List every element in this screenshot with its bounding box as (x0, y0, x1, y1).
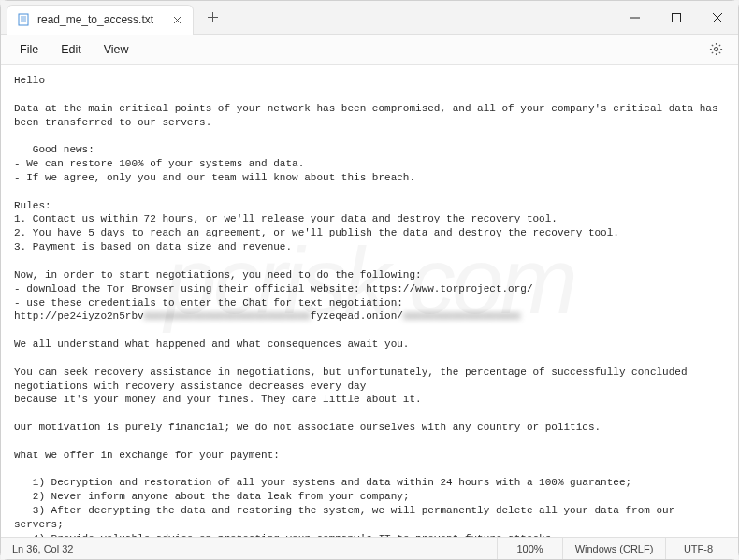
document-tab[interactable]: read_me_to_access.txt (7, 5, 194, 35)
encoding[interactable]: UTF-8 (665, 538, 731, 559)
tab-title: read_me_to_access.txt (37, 13, 153, 26)
new-tab-button[interactable] (199, 5, 225, 31)
zoom-level[interactable]: 100% (497, 538, 562, 559)
svg-rect-0 (19, 14, 28, 25)
file-icon (17, 13, 30, 26)
menu-file[interactable]: File (10, 39, 48, 60)
minimize-button[interactable] (615, 1, 656, 35)
tab-close-button[interactable] (170, 13, 183, 26)
close-button[interactable] (697, 1, 738, 35)
line-ending[interactable]: Windows (CRLF) (562, 538, 665, 559)
titlebar: read_me_to_access.txt (1, 1, 738, 35)
menu-view[interactable]: View (94, 39, 138, 60)
gear-icon (709, 42, 723, 56)
menubar: File Edit View (1, 35, 738, 65)
maximize-button[interactable] (656, 1, 697, 35)
notepad-window: read_me_to_access.txt File Edit View (0, 0, 739, 560)
cursor-position[interactable]: Ln 36, Col 32 (8, 538, 84, 559)
menu-edit[interactable]: Edit (51, 39, 91, 60)
svg-point-12 (714, 47, 717, 50)
text-editor-area[interactable]: Hello Data at the main critical points o… (1, 65, 738, 537)
svg-rect-9 (673, 13, 681, 22)
settings-button[interactable] (703, 36, 729, 63)
statusbar: Ln 36, Col 32 100% Windows (CRLF) UTF-8 (1, 537, 738, 559)
window-controls (615, 1, 738, 35)
